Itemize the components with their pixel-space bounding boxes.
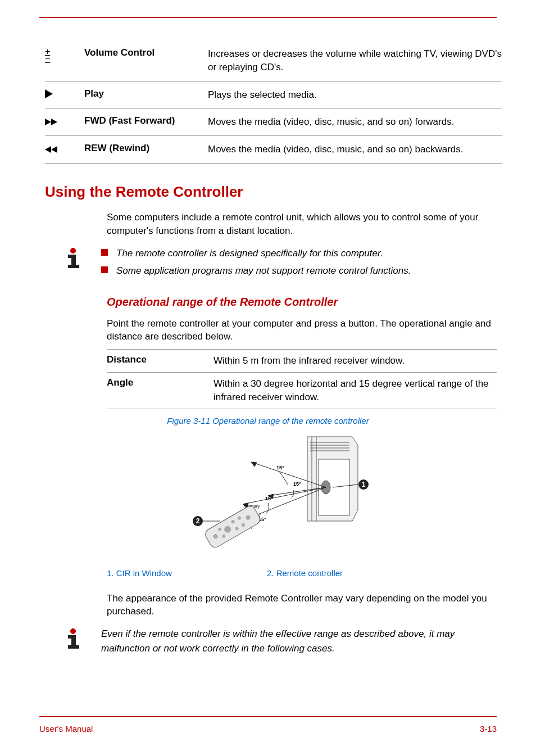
svg-point-0 [70, 248, 76, 253]
svg-text:2: 2 [196, 517, 200, 525]
svg-text:1: 1 [362, 481, 366, 488]
figure-legend: 1. CIR in Window 2. Remote controller [107, 568, 497, 578]
def-row-fwd: FWD (Fast Forward) Moves the media (vide… [45, 108, 502, 136]
page-footer: User's Manual 3-13 [39, 716, 497, 734]
svg-point-42 [70, 628, 76, 634]
def-desc: Increases or decreases the volume while … [208, 47, 502, 74]
definitions-table: +− Volume Control Increases or decreases… [45, 40, 502, 164]
footer-left: User's Manual [39, 724, 93, 734]
bullet-icon [101, 249, 108, 256]
figure-caption: Figure 3-11 Operational range of the rem… [39, 416, 497, 425]
def-desc: Plays the selected media. [208, 88, 502, 102]
section-heading: Using the Remote Controller [45, 183, 497, 201]
note-text: Some application programs may not suppor… [116, 264, 411, 278]
intro-paragraph: Some computers include a remote control … [107, 211, 497, 238]
def-term: FWD (Fast Forward) [84, 115, 208, 129]
play-icon [45, 88, 84, 102]
svg-rect-45 [68, 645, 79, 649]
spec-term: Angle [107, 377, 214, 404]
svg-marker-19 [251, 462, 257, 467]
svg-rect-44 [71, 635, 76, 646]
svg-rect-3 [68, 265, 79, 268]
def-row-volume: +− Volume Control Increases or decreases… [45, 40, 502, 82]
range-intro: Point the remote controller at your comp… [107, 317, 497, 344]
info-icon [39, 246, 101, 282]
info-icon [39, 627, 101, 655]
spec-table: Distance Within 5 m from the infrared re… [107, 349, 497, 409]
spec-desc: Within 5 m from the infrared receiver wi… [214, 354, 497, 368]
spec-desc: Within a 30 degree horizontal and 15 deg… [214, 377, 497, 404]
svg-rect-29 [203, 504, 262, 549]
def-term: REW (Rewind) [84, 143, 208, 156]
def-desc: Moves the media (video, disc, music, and… [208, 143, 502, 156]
figure-diagram: 1 15° 15° 15° Vertically 15° Vertically [39, 431, 497, 563]
sub-heading: Operational range of the Remote Controll… [107, 296, 497, 309]
svg-text:15°: 15° [276, 465, 284, 470]
def-row-rew: REW (Rewind) Moves the media (video, dis… [45, 136, 502, 164]
note-block-1: The remote controller is designed specif… [39, 246, 497, 282]
svg-text:15°: 15° [265, 496, 273, 501]
def-desc: Moves the media (video, disc, music, and… [208, 115, 502, 129]
svg-rect-2 [71, 255, 76, 266]
footer-right: 3-13 [480, 724, 497, 734]
note-block-2: Even if the remote controller is within … [39, 627, 497, 655]
note-bullet: Some application programs may not suppor… [101, 264, 497, 278]
forward-icon [45, 115, 84, 129]
note-text: The remote controller is designed specif… [116, 246, 383, 261]
spec-term: Distance [107, 354, 214, 368]
def-row-play: Play Plays the selected media. [45, 82, 502, 109]
legend-item-1: 1. CIR in Window [107, 568, 267, 578]
note-text-2: Even if the remote controller is within … [101, 627, 497, 655]
legend-item-2: 2. Remote controller [267, 568, 343, 578]
spec-row-distance: Distance Within 5 m from the infrared re… [107, 350, 497, 373]
volume-icon: +− [45, 47, 84, 74]
note-bullet: The remote controller is designed specif… [101, 246, 497, 261]
def-term: Play [84, 88, 208, 102]
svg-text:15°: 15° [293, 481, 301, 487]
appearance-text: The appearance of the provided Remote Co… [107, 592, 497, 619]
def-term: Volume Control [84, 47, 208, 74]
bullet-icon [101, 266, 108, 273]
spec-row-angle: Angle Within a 30 degree horizontal and … [107, 373, 497, 409]
rewind-icon [45, 143, 84, 156]
